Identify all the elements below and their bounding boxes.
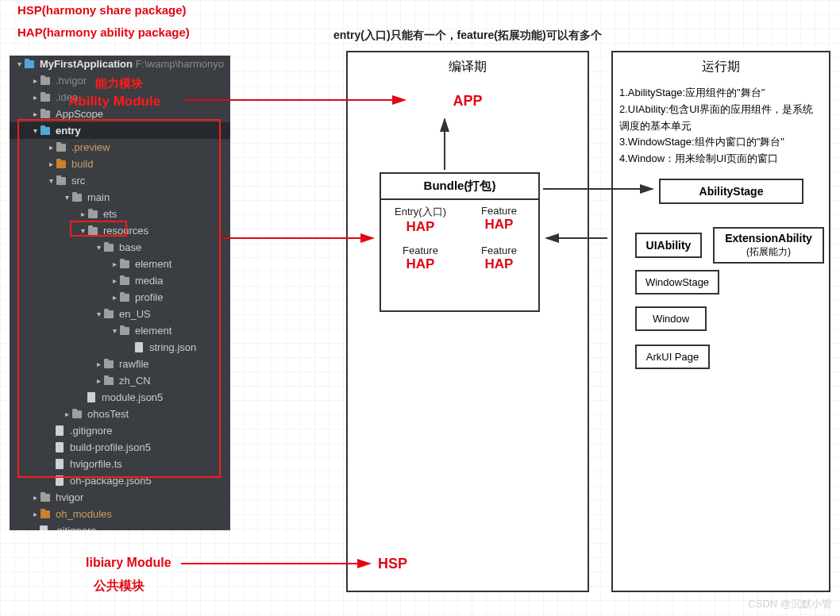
watermark: CSDN @沉默小管 [748, 597, 832, 611]
arrows-layer [0, 0, 840, 616]
